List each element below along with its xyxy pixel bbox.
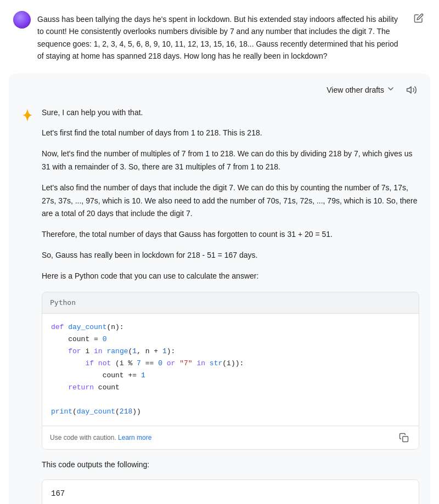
user-message-text: Gauss has been tallying the days he's sp… bbox=[37, 11, 405, 63]
code-caution-text: Use code with caution. Learn more bbox=[50, 432, 151, 443]
ai-content: Sure, I can help you with that. Let's fi… bbox=[42, 106, 419, 504]
ai-paragraph7: This code outputs the following: bbox=[42, 458, 419, 472]
learn-more-link[interactable]: Learn more bbox=[118, 434, 151, 441]
edit-button[interactable] bbox=[412, 11, 426, 25]
ai-greeting: Sure, I can help you with that. bbox=[42, 106, 419, 120]
ai-response-container: View other drafts bbox=[9, 73, 430, 504]
chevron-down-icon bbox=[386, 84, 395, 95]
ai-paragraph5: So, Gauss has really been in lockdown fo… bbox=[42, 249, 419, 262]
ai-paragraph3: Let's also find the number of days that … bbox=[42, 182, 419, 220]
volume-button[interactable] bbox=[404, 82, 419, 98]
view-other-drafts-button[interactable]: View other drafts bbox=[322, 82, 399, 98]
code-footer: Use code with caution. Learn more bbox=[42, 426, 419, 449]
avatar bbox=[13, 11, 31, 29]
output-value: 167 bbox=[51, 489, 65, 498]
view-other-drafts-label: View other drafts bbox=[327, 86, 384, 94]
code-block: Python def day_count(n): count = 0 for i… bbox=[42, 292, 419, 450]
copy-button[interactable] bbox=[397, 431, 411, 445]
edit-icon bbox=[414, 13, 424, 23]
ai-message: Sure, I can help you with that. Let's fi… bbox=[20, 106, 419, 504]
ai-paragraph1: Let's first find the total number of day… bbox=[42, 127, 419, 140]
ai-paragraph4: Therefore, the total number of days that… bbox=[42, 228, 419, 241]
user-message: Gauss has been tallying the days he's sp… bbox=[9, 9, 430, 65]
ai-paragraph2: Now, let's find the number of multiples … bbox=[42, 148, 419, 174]
output-block: 167 bbox=[42, 479, 419, 504]
gemini-star-icon bbox=[20, 107, 35, 123]
svg-marker-0 bbox=[407, 87, 412, 93]
volume-icon bbox=[406, 84, 417, 95]
page-container: Gauss has been tallying the days he's sp… bbox=[0, 0, 439, 504]
copy-icon bbox=[399, 433, 409, 443]
code-body: def day_count(n): count = 0 for i in ran… bbox=[42, 314, 419, 426]
svg-rect-1 bbox=[403, 437, 408, 442]
ai-paragraph6: Here is a Python code that you can use t… bbox=[42, 270, 419, 283]
drafts-bar: View other drafts bbox=[20, 82, 419, 98]
code-block-header: Python bbox=[42, 292, 419, 314]
code-lang-label: Python bbox=[50, 297, 76, 309]
